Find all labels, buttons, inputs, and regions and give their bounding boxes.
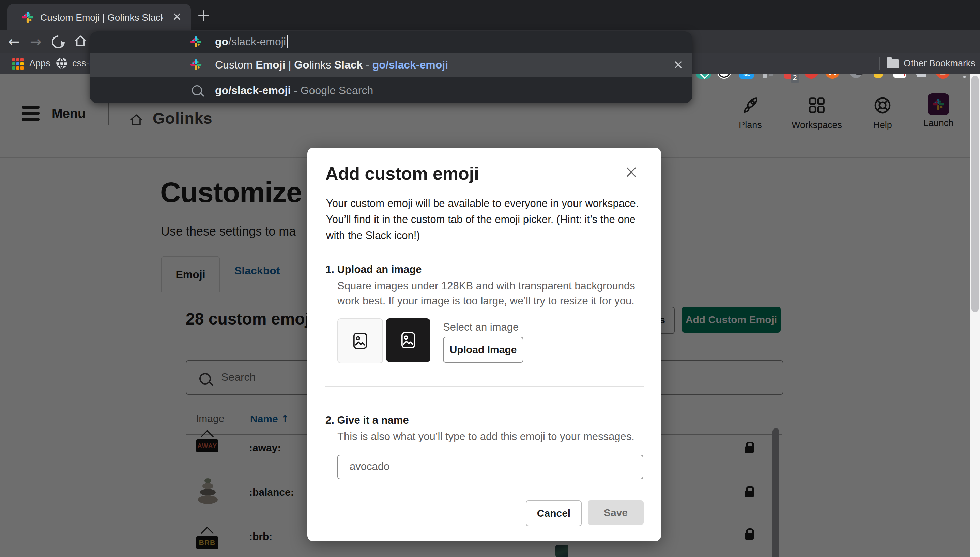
image-placeholder-icon: [350, 331, 370, 351]
tab-title: Custom Emoji | Golinks Slack: [40, 12, 163, 23]
omnibox-typed-text: go: [215, 36, 228, 48]
step2-title: 2. Give it a name: [325, 414, 409, 427]
home-icon[interactable]: [72, 33, 89, 49]
emoji-name-field: [337, 455, 644, 479]
browser-tab[interactable]: Custom Emoji | Golinks Slack: [8, 4, 191, 30]
modal-divider: [325, 386, 644, 387]
globe-icon: [55, 56, 69, 70]
modal-title: Add custom emoji: [325, 163, 479, 184]
other-bookmarks[interactable]: Other Bookmarks: [904, 58, 975, 69]
image-placeholder-icon: [398, 330, 418, 350]
step1-title: 1. Upload an image: [325, 264, 422, 276]
select-image-label: Select an image: [443, 320, 518, 335]
emoji-name-input[interactable]: [349, 455, 633, 478]
upload-image-button[interactable]: Upload Image: [443, 337, 523, 363]
extension-badge: 2: [791, 73, 800, 83]
slack-favicon: [21, 11, 34, 24]
back-icon[interactable]: ←: [8, 35, 20, 49]
suggestion-url: go/slack-emoji: [372, 59, 448, 71]
bookmark-apps[interactable]: Apps: [29, 58, 50, 69]
slack-favicon: [190, 59, 202, 71]
folder-icon: [887, 59, 899, 68]
cancel-button[interactable]: Cancel: [526, 500, 582, 526]
step1-description: Square images under 128KB and with trans…: [337, 278, 637, 308]
suggestion-site[interactable]: Custom Emoji | Golinks Slack - go/slack-…: [89, 53, 692, 77]
modal-intro-text: Your custom emoji will be available to e…: [326, 195, 643, 243]
emoji-preview-light: [337, 318, 383, 363]
tab-close-icon[interactable]: [172, 11, 182, 22]
browser-scrollbar-thumb[interactable]: [972, 76, 978, 312]
save-button[interactable]: Save: [588, 500, 644, 525]
bookmarks-separator: [879, 57, 880, 70]
search-icon: [192, 85, 202, 95]
reload-icon[interactable]: [49, 33, 67, 51]
suggestion-dismiss-icon[interactable]: [673, 60, 683, 70]
bookmark-css[interactable]: css-l: [72, 58, 91, 69]
slack-favicon: [190, 36, 202, 48]
text-cursor: [287, 36, 288, 48]
forward-icon[interactable]: →: [30, 35, 42, 49]
step2-description: This is also what you’ll type to add thi…: [337, 429, 644, 444]
omnibox-dropdown: go/slack-emoji Custom Emoji | Golinks Sl…: [89, 31, 692, 103]
omnibox-input-row[interactable]: go/slack-emoji: [89, 31, 692, 53]
suggestion-search[interactable]: go/slack-emoji - Google Search: [89, 77, 692, 103]
browser-scrollbar-track[interactable]: [970, 73, 980, 557]
browser-window: Menu Golinks Plans: [0, 0, 980, 557]
new-tab-icon[interactable]: [198, 10, 210, 22]
add-custom-emoji-modal: Add custom emoji Your custom emoji will …: [307, 148, 661, 541]
modal-close-icon[interactable]: [624, 165, 638, 179]
apps-grid-icon[interactable]: [12, 58, 23, 70]
emoji-preview-dark: [386, 318, 431, 362]
